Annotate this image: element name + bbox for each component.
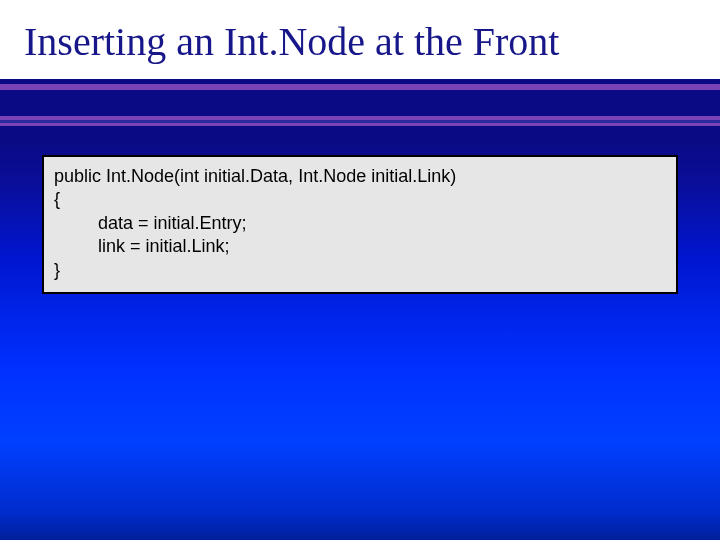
title-bar: Inserting an Int.Node at the Front [0,0,720,79]
rule-5 [0,123,720,126]
divider-rules [0,84,720,126]
code-line-4: link = initial.Link; [54,235,666,258]
slide-title: Inserting an Int.Node at the Front [24,20,696,65]
rule-2 [0,90,720,116]
code-line-1: public Int.Node(int initial.Data, Int.No… [54,165,666,188]
code-line-3: data = initial.Entry; [54,212,666,235]
slide: Inserting an Int.Node at the Front publi… [0,0,720,540]
code-box: public Int.Node(int initial.Data, Int.No… [42,155,678,294]
code-line-2: { [54,188,666,211]
code-line-5: } [54,259,666,282]
